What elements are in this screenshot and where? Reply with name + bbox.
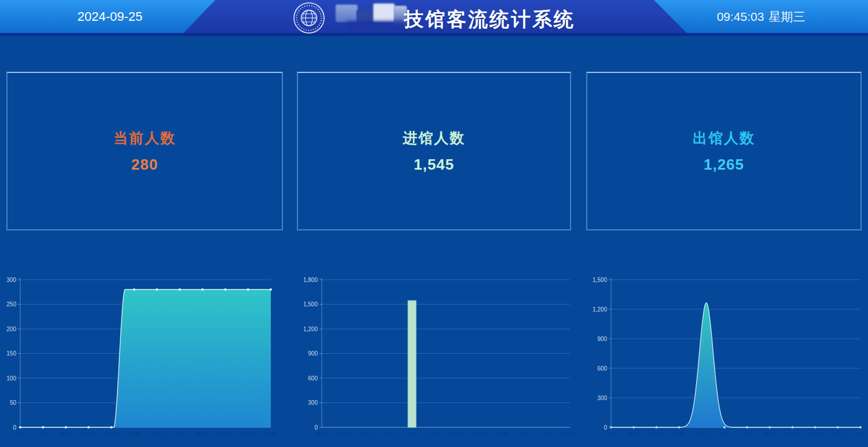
data-point-marker (110, 426, 112, 428)
card-value: 280 (131, 156, 158, 174)
y-axis-label: 900 (597, 336, 607, 342)
x-axis-label: 09:23 (605, 431, 617, 436)
area-fill (20, 290, 271, 427)
y-axis-label: 250 (6, 301, 16, 307)
censor-blur-patch (356, 10, 374, 22)
data-point-marker (837, 426, 839, 428)
data-point-marker (201, 288, 204, 291)
current-date: 2024-09-25 (52, 0, 168, 33)
card-label: 当前人数 (113, 129, 176, 148)
x-axis-label: 09:29 (384, 431, 396, 436)
x-axis-label: 09:33 (719, 431, 731, 436)
card-label: 进馆人数 (403, 129, 465, 148)
current-visitors-card: 当前人数 280 (6, 72, 283, 230)
x-axis-label: 09:25 (37, 431, 49, 436)
x-axis-label: 09:41 (810, 431, 822, 436)
y-axis-label: 1,800 (303, 277, 318, 283)
data-point-marker (247, 288, 249, 291)
x-axis-label: 09:29 (674, 431, 686, 436)
x-axis-label: 09:37 (174, 431, 186, 436)
data-point-marker (768, 426, 771, 428)
x-axis-label: 09:43 (832, 431, 844, 436)
y-axis-label: 900 (308, 350, 318, 357)
x-axis-label: 09:23 (14, 431, 27, 436)
y-axis-label: 300 (597, 395, 607, 401)
x-axis-label: 09:39 (197, 431, 209, 436)
data-point-marker (746, 426, 748, 428)
y-axis-label: 150 (6, 350, 16, 357)
entered-visitors-card: 进馆人数 1,545 (297, 72, 571, 230)
data-point-marker (65, 426, 67, 428)
data-point-marker (859, 426, 862, 428)
x-axis-label: 09:43 (242, 431, 255, 436)
data-point-marker (179, 288, 181, 291)
x-axis-label: 09:27 (361, 431, 373, 436)
x-axis-label: 09:45 (265, 431, 277, 436)
x-axis-label: 09:37 (764, 431, 776, 436)
x-axis-label: 09:45 (855, 431, 867, 436)
x-axis-label: 09:25 (628, 431, 640, 436)
y-axis-label: 100 (6, 375, 16, 382)
area-fill (611, 303, 860, 427)
exited-visitors-card: 出馆人数 1,265 (586, 72, 862, 230)
header-bar: 2024-09-25 技馆客流统计系统 09:45:03星期三 (0, 0, 868, 36)
data-point-marker (42, 426, 44, 428)
page-title: 技馆客流统计系统 (404, 6, 575, 33)
censor-blur-patch (373, 3, 395, 22)
y-axis-label: 600 (597, 365, 607, 372)
x-axis-label: 09:45 (564, 431, 576, 436)
data-point-marker (610, 426, 612, 428)
data-point-marker (224, 288, 226, 291)
card-value: 1,545 (414, 156, 454, 174)
x-axis-label: 09:33 (429, 431, 441, 436)
data-point-marker (723, 426, 726, 428)
x-axis-label: 09:43 (542, 431, 554, 436)
data-point-marker (655, 426, 657, 428)
x-axis-label: 09:31 (105, 431, 117, 436)
x-axis-label: 09:33 (128, 431, 141, 436)
data-point-marker (133, 288, 135, 291)
y-axis-label: 0 (314, 424, 318, 431)
visitor-stats-dashboard: 2024-09-25 技馆客流统计系统 09:45:03星期三 当前人数 280… (0, 0, 868, 447)
card-value: 1,265 (704, 156, 744, 174)
clock-text: 09:45:03 (717, 10, 764, 23)
x-axis-label: 09:37 (474, 431, 486, 436)
x-axis-label: 09:29 (83, 431, 95, 436)
y-axis-label: 0 (604, 424, 607, 431)
bar (408, 301, 416, 427)
censor-blur-patch (336, 5, 358, 22)
data-point-marker (270, 288, 272, 291)
x-axis-label: 09:41 (519, 431, 531, 436)
data-point-marker (791, 426, 793, 428)
data-point-marker (678, 426, 681, 428)
y-axis-label: 1,200 (593, 306, 607, 313)
censor-blur-patch (346, 21, 406, 30)
x-axis-label: 09:35 (151, 431, 163, 436)
current-time: 09:45:03星期三 (697, 0, 825, 33)
x-axis-label: 09:31 (696, 431, 708, 436)
x-axis-label: 09:23 (316, 431, 328, 436)
x-axis-label: 09:25 (339, 431, 351, 436)
y-axis-label: 1,500 (303, 301, 318, 307)
current-visitors-area-chart: 05010015020025030009:2309:2509:2709:2909… (0, 272, 289, 447)
data-point-marker (87, 426, 90, 428)
weekday-text: 星期三 (768, 10, 805, 23)
y-axis-label: 0 (13, 424, 16, 431)
card-label: 出馆人数 (693, 129, 755, 148)
x-axis-label: 09:35 (741, 431, 753, 436)
data-point-marker (19, 426, 21, 428)
y-axis-label: 600 (308, 375, 318, 382)
y-axis-label: 1,200 (303, 326, 318, 332)
x-axis-label: 09:39 (496, 431, 509, 436)
x-axis-label: 09:41 (219, 431, 231, 436)
globe-emblem-icon (293, 2, 325, 34)
x-axis-label: 09:27 (60, 431, 72, 436)
data-point-marker (156, 288, 158, 291)
x-axis-label: 09:39 (786, 431, 799, 436)
y-axis-label: 300 (308, 400, 318, 406)
series-line (611, 303, 860, 427)
x-axis-label: 09:27 (650, 431, 663, 436)
exited-visitors-area-chart: 03006009001,2001,50009:2309:2509:2709:29… (579, 272, 868, 447)
x-axis-label: 09:31 (406, 431, 418, 436)
y-axis-label: 200 (6, 326, 16, 332)
